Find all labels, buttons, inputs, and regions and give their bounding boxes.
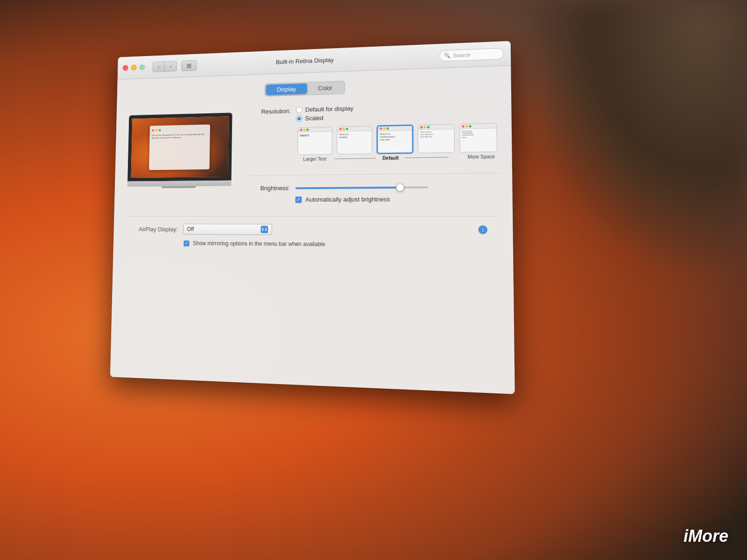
scale-body-4: Here's fo theones who don'trules. And th… [418, 129, 454, 153]
minimize-button[interactable] [131, 65, 137, 71]
macbook-base [127, 181, 232, 187]
tab-display[interactable]: Display [266, 84, 307, 95]
scale-dot-y [303, 129, 305, 131]
dropdown-arrow-icon: ⬆⬇ [261, 226, 268, 233]
scale-dot-g3 [387, 127, 389, 130]
scale-dot-r2 [339, 128, 342, 130]
scale-thumb-default: Here's to ttroublemakersones who [377, 125, 413, 154]
maximize-button[interactable] [139, 64, 145, 70]
search-icon: 🔍 [444, 52, 451, 59]
scale-dot-y2 [343, 128, 345, 130]
close-button[interactable] [123, 65, 128, 71]
scale-dot-y4 [423, 126, 426, 128]
scale-dot-r4 [420, 126, 423, 128]
brightness-label: Brightness: [249, 184, 290, 191]
scale-dot-g5 [469, 125, 471, 127]
grid-icon: ⊞ [186, 62, 191, 69]
imore-watermark: iMore [684, 526, 728, 546]
scale-option-more1[interactable]: Here's fo theones who don'trules. And th… [418, 124, 455, 154]
radio-dot-scaled [297, 117, 301, 120]
main-layout: Here's to the troublemakers, the ones wh… [127, 101, 497, 203]
scale-dot-r5 [462, 125, 464, 127]
airplay-value: Off [187, 226, 194, 232]
mirror-label: Show mirroring options in the menu bar w… [193, 240, 325, 248]
mini-titlebar [152, 127, 208, 133]
scale-body-3: Here's to ttroublemakersones who [378, 131, 412, 153]
tab-color[interactable]: Color [307, 82, 344, 94]
scale-body-2: Here's totroubles [337, 131, 372, 154]
back-icon: ‹ [158, 64, 160, 69]
brightness-slider[interactable] [296, 186, 429, 189]
scale-dot-g2 [346, 128, 348, 130]
scale-option-more2[interactable]: Here's fo thetroublemakersones who don't… [459, 123, 497, 153]
macbook-screen: Here's to the troublemakers, the ones wh… [127, 112, 232, 181]
auto-brightness-checkbox[interactable]: ✓ [295, 196, 302, 203]
auto-brightness-label: Automatically adjust brightness [305, 196, 390, 203]
radio-circle-scaled [296, 115, 303, 122]
info-button[interactable]: i [478, 225, 487, 234]
radio-label-scaled: Scaled [305, 114, 323, 122]
preferences-window: ‹ › ⊞ Built-in Retina Display 🔍 Search D… [110, 41, 515, 394]
mini-maximize [159, 129, 161, 131]
back-button[interactable]: ‹ [153, 62, 165, 72]
scale-thumb-larger: Here's [297, 126, 332, 155]
scale-body: Here's [298, 132, 332, 154]
scale-thumb-medium: Here's totroubles [337, 126, 372, 154]
scale-preview-text-2: Here's totroubles [339, 133, 370, 139]
scale-line-connector [334, 158, 376, 159]
forward-button[interactable]: › [165, 61, 177, 71]
scale-dot-y3 [383, 127, 386, 130]
label-more-space: More Space [451, 154, 500, 160]
grid-view-button[interactable]: ⊞ [181, 60, 197, 71]
scale-preview-text-4: Here's fo theones who don'trules. And th… [420, 131, 452, 138]
mirror-checkbox[interactable]: ✓ [183, 240, 189, 246]
radio-circle-default [296, 106, 303, 113]
label-larger: Larger Text [297, 156, 332, 162]
scale-preview-text-3: Here's to ttroublemakersones who [380, 132, 410, 141]
airplay-row: AirPlay Display: Off ⬆⬇ [126, 224, 497, 236]
radio-scaled[interactable]: Scaled [296, 114, 353, 122]
brightness-row: Brightness: [249, 183, 500, 192]
scale-thumb-more2: Here's fo thetroublemakersones who don't… [459, 123, 497, 153]
resolution-label: Resolution: [250, 106, 290, 115]
mini-window: Here's to the troublemakers, the ones wh… [149, 125, 210, 170]
macbook-preview: Here's to the troublemakers, the ones wh… [127, 112, 233, 187]
scale-dot-r [300, 129, 302, 131]
radio-options: Default for display Scaled [296, 105, 353, 122]
scale-body-5: Here's fo thetroublemakersones who don't… [460, 128, 497, 152]
mirror-row: ✓ Show mirroring options in the menu bar… [183, 240, 498, 249]
resolution-row: Resolution: Default for display Scaled [250, 101, 499, 123]
seg-wrapper: Display Color [265, 81, 345, 97]
settings-panel: Resolution: Default for display Scaled [249, 101, 500, 203]
scale-thumb-more1: Here's fo theones who don'trules. And th… [418, 124, 455, 154]
mini-content: Here's to the troublemakers, the ones wh… [152, 133, 208, 139]
search-box[interactable]: 🔍 Search [439, 48, 504, 62]
scale-dot-r3 [380, 127, 382, 130]
scale-dot-g [306, 129, 309, 131]
radio-label-default: Default for display [305, 105, 353, 113]
window-content: Display Color [110, 66, 515, 394]
scale-dot-y5 [465, 125, 468, 127]
screen-inner: Here's to the troublemakers, the ones wh… [131, 116, 229, 178]
mini-close [152, 129, 154, 132]
brightness-thumb[interactable] [396, 183, 404, 191]
scale-option-larger[interactable]: Here's [297, 126, 332, 155]
tab-bar: Display Color [129, 76, 496, 100]
traffic-lights [123, 64, 145, 71]
auto-brightness-row: ✓ Automatically adjust brightness [295, 195, 500, 203]
scale-labels-row: Larger Text Default More Space [297, 154, 500, 162]
mini-minimize [155, 129, 158, 131]
scale-line-connector-2 [405, 157, 448, 158]
scale-preview-text-5: Here's fo thetroublemakersones who don't… [462, 130, 495, 139]
airplay-label: AirPlay Display: [127, 225, 178, 232]
radio-default[interactable]: Default for display [296, 105, 353, 113]
window-title: Built-in Retina Display [276, 56, 334, 65]
scale-option-medium[interactable]: Here's totroubles [337, 126, 372, 154]
bottom-section: AirPlay Display: Off ⬆⬇ ✓ Show mirroring… [126, 216, 498, 249]
resolution-section: Resolution: Default for display Scaled [249, 101, 500, 162]
search-placeholder: Search [453, 52, 470, 58]
airplay-dropdown[interactable]: Off ⬆⬇ [183, 224, 272, 235]
scale-options: Here's [297, 123, 500, 155]
nav-buttons: ‹ › [152, 61, 177, 72]
scale-option-default[interactable]: Here's to ttroublemakersones who [377, 125, 413, 154]
